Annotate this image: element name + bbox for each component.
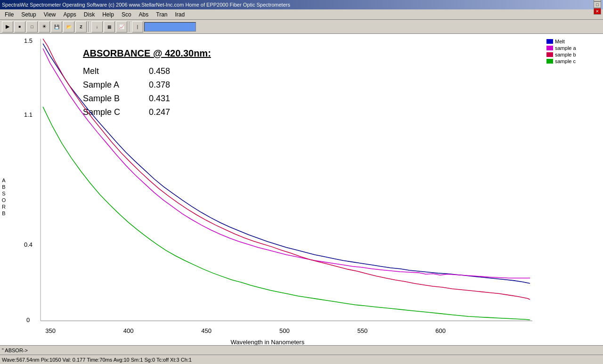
- svg-text:1.5: 1.5: [24, 37, 33, 44]
- status-bar2: Wave:567.54nm Pix:1050 Val: 0.177 Time:7…: [0, 355, 603, 364]
- status-bar1: " ABSOR->: [0, 345, 603, 355]
- menu-abs[interactable]: Abs: [135, 10, 153, 19]
- legend-label-sample-a: sample a: [555, 45, 576, 51]
- tool-single[interactable]: □: [26, 21, 38, 32]
- legend-color-sample-a: [546, 46, 553, 50]
- legend: Melt sample a sample b sample c: [542, 34, 603, 345]
- y-axis-label: A B S O R B: [0, 34, 8, 345]
- curve-melt: [43, 44, 530, 283]
- tool-chart-bar[interactable]: ▦: [104, 21, 115, 32]
- maximize-button[interactable]: □: [594, 1, 601, 8]
- y-letter-o: O: [2, 197, 6, 203]
- menu-view[interactable]: View: [40, 10, 60, 19]
- menu-sco[interactable]: Sco: [118, 10, 135, 19]
- menu-bar: File Setup View Apps Disk Help Sco Abs T…: [0, 9, 603, 20]
- toolbar: ▶ ■ □ ☀ 💾 📂 Z ↓ ▦ 📈 |: [0, 20, 603, 34]
- menu-setup[interactable]: Setup: [17, 10, 40, 19]
- curve-sample-c: [43, 107, 530, 320]
- toolbar-input[interactable]: [144, 22, 196, 32]
- svg-text:0.4: 0.4: [24, 241, 33, 248]
- menu-help[interactable]: Help: [98, 10, 118, 19]
- legend-label-sample-c: sample c: [555, 58, 576, 64]
- tool-stop[interactable]: ■: [14, 21, 25, 32]
- legend-melt: Melt: [546, 39, 598, 44]
- svg-text:350: 350: [45, 327, 56, 334]
- legend-label-sample-b: sample b: [555, 52, 576, 57]
- y-letter-b2: B: [2, 210, 5, 217]
- menu-tran[interactable]: Tran: [152, 10, 171, 19]
- status1-text: " ABSOR->: [2, 348, 28, 353]
- tool-save[interactable]: 💾: [51, 21, 62, 32]
- y-letter-a: A: [2, 177, 5, 184]
- svg-text:1.1: 1.1: [24, 111, 33, 118]
- svg-text:500: 500: [279, 327, 290, 334]
- legend-color-melt: [546, 39, 553, 44]
- menu-apps[interactable]: Apps: [60, 10, 80, 19]
- chart-svg: 1.5 1.1 0.4 0 350 400 450 500 550 600 Wa…: [22, 34, 542, 345]
- curve-sample-a: [43, 49, 530, 278]
- legend-color-sample-c: [546, 59, 553, 64]
- title-text: SpectraWiz Spectrometer Operating Softwa…: [2, 2, 290, 8]
- legend-color-sample-b: [546, 52, 553, 57]
- tool-run[interactable]: ▶: [2, 21, 13, 32]
- tool-zoom[interactable]: Z: [75, 21, 87, 32]
- svg-text:0: 0: [26, 316, 30, 324]
- menu-irad[interactable]: Irad: [171, 10, 189, 19]
- tool-chart-line[interactable]: 📈: [116, 21, 127, 32]
- svg-text:450: 450: [201, 327, 212, 334]
- tool-export[interactable]: ↓: [91, 21, 103, 32]
- tool-marker[interactable]: |: [132, 21, 143, 32]
- y-letter-s: S: [2, 190, 5, 197]
- legend-label-melt: Melt: [555, 39, 565, 44]
- legend-sample-c: sample c: [546, 58, 598, 64]
- menu-file[interactable]: File: [1, 10, 17, 19]
- title-controls: − □ ✕: [594, 0, 601, 15]
- curve-sample-b: [43, 39, 530, 299]
- legend-sample-b: sample b: [546, 52, 598, 57]
- toolbar-separator2: [129, 22, 130, 32]
- toolbar-separator: [89, 22, 90, 32]
- chart-container: ABSORBANCE @ 420.30nm: Melt 0.458 Sample…: [8, 34, 542, 345]
- svg-text:400: 400: [123, 327, 134, 334]
- status2-text: Wave:567.54nm Pix:1050 Val: 0.177 Time:7…: [2, 357, 192, 363]
- title-bar: SpectraWiz Spectrometer Operating Softwa…: [0, 0, 603, 9]
- y-letter-r: R: [2, 203, 6, 210]
- close-button[interactable]: ✕: [594, 8, 601, 15]
- main-area: A B S O R B ABSORBANCE @ 420.30nm: Melt …: [0, 34, 603, 345]
- legend-sample-a: sample a: [546, 45, 598, 51]
- tool-light[interactable]: ☀: [39, 21, 50, 32]
- svg-text:Wavelength in Nanometers: Wavelength in Nanometers: [231, 339, 305, 345]
- tool-open[interactable]: 📂: [63, 21, 74, 32]
- svg-text:600: 600: [435, 327, 446, 334]
- svg-text:550: 550: [358, 327, 368, 334]
- y-letter-b: B: [2, 184, 5, 190]
- menu-disk[interactable]: Disk: [80, 10, 98, 19]
